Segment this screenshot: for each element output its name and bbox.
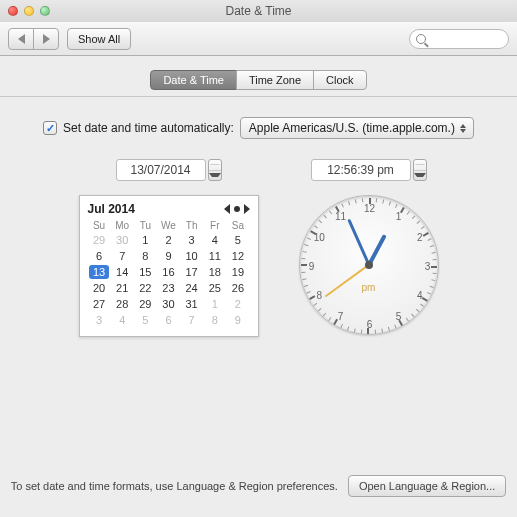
back-button[interactable] <box>8 28 34 50</box>
calendar-weekday: Su <box>88 219 111 232</box>
auto-set-checkbox[interactable]: ✓ <box>43 121 57 135</box>
time-server-dropdown[interactable]: Apple Americas/U.S. (time.apple.com.) <box>240 117 474 139</box>
calendar-weekday: Sa <box>226 219 249 232</box>
calendar-day[interactable]: 11 <box>203 248 226 264</box>
open-language-region-button[interactable]: Open Language & Region... <box>348 475 506 497</box>
clock-number: 2 <box>417 232 423 243</box>
calendar-day[interactable]: 2 <box>226 296 249 312</box>
calendar-day[interactable]: 7 <box>111 248 134 264</box>
calendar-day[interactable]: 28 <box>111 296 134 312</box>
calendar-day[interactable]: 10 <box>180 248 203 264</box>
calendar-weekday: Fr <box>203 219 226 232</box>
calendar-day[interactable]: 25 <box>203 280 226 296</box>
clock-number: 9 <box>309 261 315 272</box>
clock-number: 11 <box>335 210 346 221</box>
calendar-day[interactable]: 1 <box>203 296 226 312</box>
auto-set-label: Set date and time automatically: <box>63 121 234 135</box>
chevron-right-icon <box>43 34 50 44</box>
calendar-day[interactable]: 9 <box>226 312 249 328</box>
clock-number: 7 <box>338 311 344 322</box>
calendar-today-icon[interactable] <box>234 206 240 212</box>
calendar-day[interactable]: 6 <box>157 312 180 328</box>
calendar-day[interactable]: 5 <box>134 312 157 328</box>
calendar-day[interactable]: 19 <box>226 264 249 280</box>
calendar-day[interactable]: 29 <box>88 232 111 248</box>
calendar-day[interactable]: 16 <box>157 264 180 280</box>
search-field[interactable] <box>409 29 509 49</box>
clock-number: 8 <box>316 290 322 301</box>
calendar-day[interactable]: 14 <box>111 264 134 280</box>
toolbar: Show All <box>0 22 517 56</box>
clock-ampm: pm <box>362 282 376 293</box>
calendar-day[interactable]: 26 <box>226 280 249 296</box>
calendar-day[interactable]: 6 <box>88 248 111 264</box>
calendar-day[interactable]: 4 <box>203 232 226 248</box>
chevron-left-icon <box>18 34 25 44</box>
calendar-day[interactable]: 23 <box>157 280 180 296</box>
calendar-day[interactable]: 13 <box>88 264 111 280</box>
calendar-day[interactable]: 29 <box>134 296 157 312</box>
calendar-weekday: Tu <box>134 219 157 232</box>
date-stepper[interactable] <box>208 159 222 181</box>
calendar-day[interactable]: 12 <box>226 248 249 264</box>
checkmark-icon: ✓ <box>46 123 55 134</box>
calendar-weekday: We <box>157 219 180 232</box>
calendar-day[interactable]: 30 <box>157 296 180 312</box>
clock-center-icon <box>365 261 373 269</box>
footer-text: To set date and time formats, use Langua… <box>11 480 338 492</box>
tab-date-time[interactable]: Date & Time <box>150 70 237 90</box>
calendar-day[interactable]: 2 <box>157 232 180 248</box>
calendar-day[interactable]: 22 <box>134 280 157 296</box>
calendar-day[interactable]: 31 <box>180 296 203 312</box>
calendar[interactable]: Jul 2014 SuMoTuWeThFrSa 2930123456789101… <box>79 195 259 337</box>
calendar-day[interactable]: 7 <box>180 312 203 328</box>
analog-clock: pm 121234567891011 <box>299 195 439 335</box>
clock-number: 3 <box>425 261 431 272</box>
tab-bar: Date & TimeTime ZoneClock <box>0 56 517 97</box>
calendar-day[interactable]: 20 <box>88 280 111 296</box>
calendar-day[interactable]: 5 <box>226 232 249 248</box>
calendar-day[interactable]: 24 <box>180 280 203 296</box>
calendar-day[interactable]: 9 <box>157 248 180 264</box>
calendar-weekday: Mo <box>111 219 134 232</box>
titlebar: Date & Time <box>0 0 517 22</box>
calendar-day[interactable]: 30 <box>111 232 134 248</box>
calendar-day[interactable]: 15 <box>134 264 157 280</box>
calendar-weekday: Th <box>180 219 203 232</box>
calendar-day[interactable]: 8 <box>134 248 157 264</box>
clock-minute-hand <box>347 219 370 266</box>
calendar-day[interactable]: 4 <box>111 312 134 328</box>
window-title: Date & Time <box>0 4 517 18</box>
tab-time-zone[interactable]: Time Zone <box>236 70 314 90</box>
dropdown-caret-icon <box>457 121 469 135</box>
forward-button[interactable] <box>33 28 59 50</box>
calendar-day[interactable]: 3 <box>88 312 111 328</box>
time-stepper[interactable] <box>413 159 427 181</box>
calendar-prev-icon[interactable] <box>224 204 230 214</box>
calendar-day[interactable]: 21 <box>111 280 134 296</box>
calendar-month-label: Jul 2014 <box>88 202 135 216</box>
time-server-value: Apple Americas/U.S. (time.apple.com.) <box>249 121 455 135</box>
calendar-day[interactable]: 27 <box>88 296 111 312</box>
calendar-next-icon[interactable] <box>244 204 250 214</box>
tab-clock[interactable]: Clock <box>313 70 367 90</box>
search-icon <box>416 34 426 44</box>
clock-number: 12 <box>364 203 375 214</box>
calendar-day[interactable]: 8 <box>203 312 226 328</box>
calendar-day[interactable]: 3 <box>180 232 203 248</box>
calendar-day[interactable]: 18 <box>203 264 226 280</box>
calendar-day[interactable]: 17 <box>180 264 203 280</box>
show-all-button[interactable]: Show All <box>67 28 131 50</box>
calendar-day[interactable]: 1 <box>134 232 157 248</box>
date-field[interactable] <box>116 159 206 181</box>
time-field[interactable] <box>311 159 411 181</box>
